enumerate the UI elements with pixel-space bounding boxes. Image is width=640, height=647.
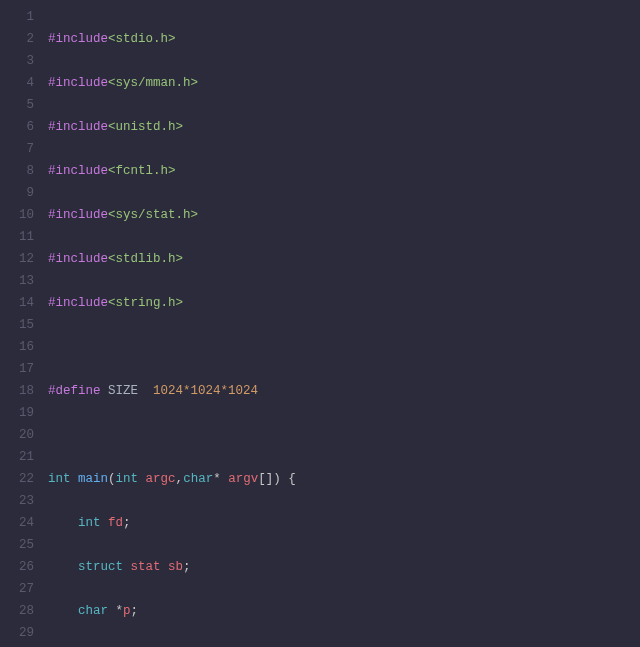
line-number: 1 bbox=[0, 6, 34, 28]
code-line: #include<sys/mman.h> bbox=[48, 72, 640, 94]
line-number: 5 bbox=[0, 94, 34, 116]
line-number: 12 bbox=[0, 248, 34, 270]
line-number: 26 bbox=[0, 556, 34, 578]
line-number: 23 bbox=[0, 490, 34, 512]
line-number: 17 bbox=[0, 358, 34, 380]
line-number: 25 bbox=[0, 534, 34, 556]
line-number: 28 bbox=[0, 600, 34, 622]
line-number: 7 bbox=[0, 138, 34, 160]
code-line: int fd; bbox=[48, 512, 640, 534]
line-number: 3 bbox=[0, 50, 34, 72]
line-number: 27 bbox=[0, 578, 34, 600]
line-number: 9 bbox=[0, 182, 34, 204]
code-line: char *p; bbox=[48, 600, 640, 622]
line-number: 14 bbox=[0, 292, 34, 314]
code-line: #include<unistd.h> bbox=[48, 116, 640, 138]
line-number: 8 bbox=[0, 160, 34, 182]
code-line: #include<sys/stat.h> bbox=[48, 204, 640, 226]
line-number: 2 bbox=[0, 28, 34, 50]
line-number: 11 bbox=[0, 226, 34, 248]
code-line: #include<fcntl.h> bbox=[48, 160, 640, 182]
line-number: 10 bbox=[0, 204, 34, 226]
line-number: 21 bbox=[0, 446, 34, 468]
code-line: #define SIZE 1024*1024*1024 bbox=[48, 380, 640, 402]
line-number: 16 bbox=[0, 336, 34, 358]
line-number: 15 bbox=[0, 314, 34, 336]
code-content[interactable]: #include<stdio.h> #include<sys/mman.h> #… bbox=[42, 6, 640, 647]
line-number: 6 bbox=[0, 116, 34, 138]
code-line bbox=[48, 424, 640, 446]
code-line: struct stat sb; bbox=[48, 556, 640, 578]
line-gutter: 1 2 3 4 5 6 7 8 9 10 11 12 13 14 15 16 1… bbox=[0, 6, 42, 647]
code-line: #include<stdio.h> bbox=[48, 28, 640, 50]
line-number: 13 bbox=[0, 270, 34, 292]
code-line: #include<string.h> bbox=[48, 292, 640, 314]
code-line: #include<stdlib.h> bbox=[48, 248, 640, 270]
line-number: 24 bbox=[0, 512, 34, 534]
line-number: 18 bbox=[0, 380, 34, 402]
line-number: 22 bbox=[0, 468, 34, 490]
code-editor: 1 2 3 4 5 6 7 8 9 10 11 12 13 14 15 16 1… bbox=[0, 0, 640, 647]
line-number: 19 bbox=[0, 402, 34, 424]
code-line bbox=[48, 336, 640, 358]
code-line: int main(int argc,char* argv[]) { bbox=[48, 468, 640, 490]
line-number: 20 bbox=[0, 424, 34, 446]
line-number: 29 bbox=[0, 622, 34, 644]
line-number: 4 bbox=[0, 72, 34, 94]
